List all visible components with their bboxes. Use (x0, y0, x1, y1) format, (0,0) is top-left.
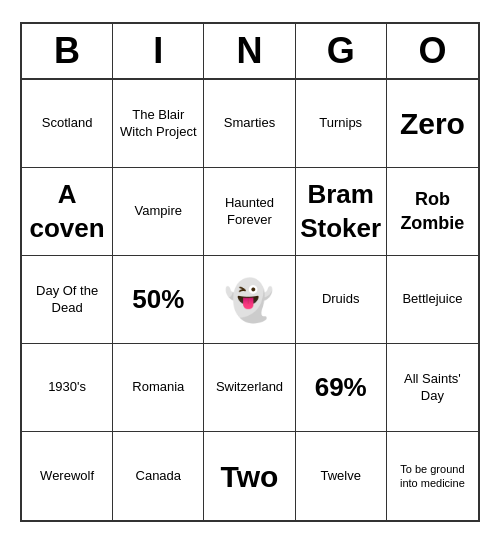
cell-18: 69% (296, 344, 387, 432)
cell-13: Druids (296, 256, 387, 344)
cell-22: Two (204, 432, 295, 520)
cell-8: Bram Stoker (296, 168, 387, 256)
cell-16: Romania (113, 344, 204, 432)
header-i: I (113, 24, 204, 78)
cell-7: Haunted Forever (204, 168, 295, 256)
header-n: N (204, 24, 295, 78)
cell-23: Twelve (296, 432, 387, 520)
cell-1: The Blair Witch Project (113, 80, 204, 168)
cell-3: Turnips (296, 80, 387, 168)
cell-4: Zero (387, 80, 478, 168)
cell-24: To be ground into medicine (387, 432, 478, 520)
cell-10: Day Of the Dead (22, 256, 113, 344)
cell-20: Werewolf (22, 432, 113, 520)
header-b: B (22, 24, 113, 78)
cell-11: 50% (113, 256, 204, 344)
cell-19: All Saints' Day (387, 344, 478, 432)
cell-17: Switzerland (204, 344, 295, 432)
cell-14: Bettlejuice (387, 256, 478, 344)
header-g: G (296, 24, 387, 78)
cell-5: A coven (22, 168, 113, 256)
cell-21: Canada (113, 432, 204, 520)
bingo-grid: Scotland The Blair Witch Project Smartie… (22, 80, 478, 520)
bingo-header: B I N G O (22, 24, 478, 80)
cell-15: 1930's (22, 344, 113, 432)
cell-2: Smarties (204, 80, 295, 168)
cell-6: Vampire (113, 168, 204, 256)
cell-9: Rob Zombie (387, 168, 478, 256)
cell-12: 👻 (204, 256, 295, 344)
bingo-card: B I N G O Scotland The Blair Witch Proje… (20, 22, 480, 522)
header-o: O (387, 24, 478, 78)
ghost-icon: 👻 (224, 274, 274, 326)
cell-0: Scotland (22, 80, 113, 168)
